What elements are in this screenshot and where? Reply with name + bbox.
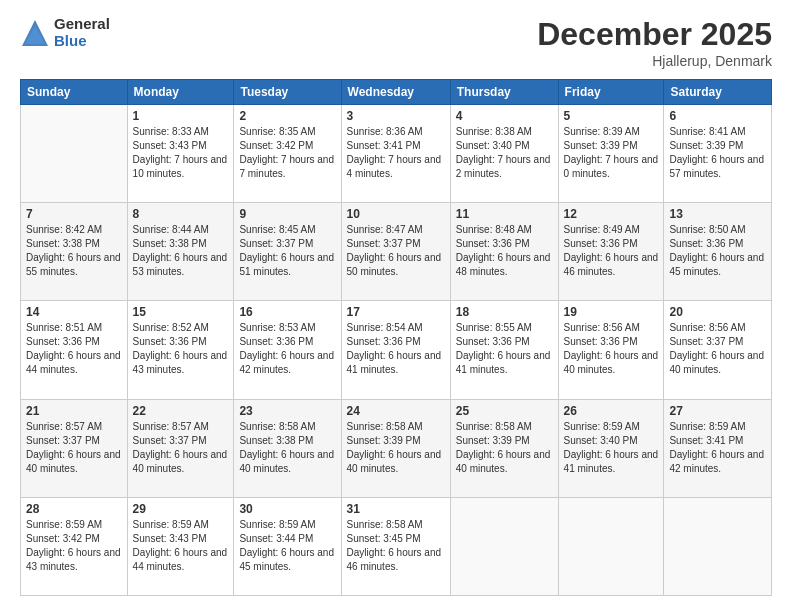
daylight: Daylight: 7 hours and 0 minutes. — [564, 154, 659, 179]
calendar-cell-2-3: 17 Sunrise: 8:54 AM Sunset: 3:36 PM Dayl… — [341, 301, 450, 399]
week-row-5: 28 Sunrise: 8:59 AM Sunset: 3:42 PM Dayl… — [21, 497, 772, 595]
day-number: 23 — [239, 404, 335, 418]
calendar-cell-3-3: 24 Sunrise: 8:58 AM Sunset: 3:39 PM Dayl… — [341, 399, 450, 497]
daylight: Daylight: 7 hours and 2 minutes. — [456, 154, 551, 179]
sunset: Sunset: 3:43 PM — [133, 140, 207, 151]
day-number: 26 — [564, 404, 659, 418]
daylight: Daylight: 6 hours and 42 minutes. — [239, 350, 334, 375]
sunrise: Sunrise: 8:36 AM — [347, 126, 423, 137]
calendar-cell-0-6: 6 Sunrise: 8:41 AM Sunset: 3:39 PM Dayli… — [664, 105, 772, 203]
logo-general: General — [54, 16, 110, 33]
sunset: Sunset: 3:36 PM — [456, 238, 530, 249]
calendar-cell-3-2: 23 Sunrise: 8:58 AM Sunset: 3:38 PM Dayl… — [234, 399, 341, 497]
day-info: Sunrise: 8:50 AM Sunset: 3:36 PM Dayligh… — [669, 223, 766, 279]
day-number: 19 — [564, 305, 659, 319]
daylight: Daylight: 7 hours and 10 minutes. — [133, 154, 228, 179]
header-tuesday: Tuesday — [234, 80, 341, 105]
day-number: 2 — [239, 109, 335, 123]
calendar-cell-4-5 — [558, 497, 664, 595]
header-monday: Monday — [127, 80, 234, 105]
sunrise: Sunrise: 8:48 AM — [456, 224, 532, 235]
calendar-cell-2-6: 20 Sunrise: 8:56 AM Sunset: 3:37 PM Dayl… — [664, 301, 772, 399]
sunrise: Sunrise: 8:47 AM — [347, 224, 423, 235]
day-info: Sunrise: 8:59 AM Sunset: 3:42 PM Dayligh… — [26, 518, 122, 574]
daylight: Daylight: 6 hours and 45 minutes. — [669, 252, 764, 277]
daylight: Daylight: 6 hours and 41 minutes. — [347, 350, 442, 375]
day-info: Sunrise: 8:57 AM Sunset: 3:37 PM Dayligh… — [133, 420, 229, 476]
week-row-1: 1 Sunrise: 8:33 AM Sunset: 3:43 PM Dayli… — [21, 105, 772, 203]
day-number: 10 — [347, 207, 445, 221]
daylight: Daylight: 6 hours and 40 minutes. — [564, 350, 659, 375]
sunrise: Sunrise: 8:45 AM — [239, 224, 315, 235]
calendar-cell-0-2: 2 Sunrise: 8:35 AM Sunset: 3:42 PM Dayli… — [234, 105, 341, 203]
day-info: Sunrise: 8:59 AM Sunset: 3:41 PM Dayligh… — [669, 420, 766, 476]
calendar-cell-4-1: 29 Sunrise: 8:59 AM Sunset: 3:43 PM Dayl… — [127, 497, 234, 595]
sunset: Sunset: 3:41 PM — [669, 435, 743, 446]
daylight: Daylight: 6 hours and 51 minutes. — [239, 252, 334, 277]
day-info: Sunrise: 8:59 AM Sunset: 3:40 PM Dayligh… — [564, 420, 659, 476]
daylight: Daylight: 6 hours and 46 minutes. — [347, 547, 442, 572]
calendar-cell-1-2: 9 Sunrise: 8:45 AM Sunset: 3:37 PM Dayli… — [234, 203, 341, 301]
calendar-cell-1-5: 12 Sunrise: 8:49 AM Sunset: 3:36 PM Dayl… — [558, 203, 664, 301]
week-row-3: 14 Sunrise: 8:51 AM Sunset: 3:36 PM Dayl… — [21, 301, 772, 399]
calendar-cell-4-6 — [664, 497, 772, 595]
day-info: Sunrise: 8:42 AM Sunset: 3:38 PM Dayligh… — [26, 223, 122, 279]
day-info: Sunrise: 8:58 AM Sunset: 3:45 PM Dayligh… — [347, 518, 445, 574]
sunrise: Sunrise: 8:59 AM — [669, 421, 745, 432]
daylight: Daylight: 6 hours and 40 minutes. — [239, 449, 334, 474]
daylight: Daylight: 6 hours and 41 minutes. — [456, 350, 551, 375]
day-number: 5 — [564, 109, 659, 123]
day-info: Sunrise: 8:47 AM Sunset: 3:37 PM Dayligh… — [347, 223, 445, 279]
day-number: 29 — [133, 502, 229, 516]
calendar-cell-2-1: 15 Sunrise: 8:52 AM Sunset: 3:36 PM Dayl… — [127, 301, 234, 399]
logo: General Blue — [20, 16, 110, 49]
daylight: Daylight: 6 hours and 40 minutes. — [133, 449, 228, 474]
day-number: 25 — [456, 404, 553, 418]
logo-blue: Blue — [54, 33, 110, 50]
sunset: Sunset: 3:39 PM — [564, 140, 638, 151]
daylight: Daylight: 6 hours and 48 minutes. — [456, 252, 551, 277]
sunrise: Sunrise: 8:58 AM — [239, 421, 315, 432]
sunrise: Sunrise: 8:49 AM — [564, 224, 640, 235]
calendar-cell-4-0: 28 Sunrise: 8:59 AM Sunset: 3:42 PM Dayl… — [21, 497, 128, 595]
sunrise: Sunrise: 8:56 AM — [669, 322, 745, 333]
calendar-cell-0-4: 4 Sunrise: 8:38 AM Sunset: 3:40 PM Dayli… — [450, 105, 558, 203]
day-number: 6 — [669, 109, 766, 123]
calendar-cell-3-4: 25 Sunrise: 8:58 AM Sunset: 3:39 PM Dayl… — [450, 399, 558, 497]
sunset: Sunset: 3:36 PM — [669, 238, 743, 249]
day-info: Sunrise: 8:58 AM Sunset: 3:39 PM Dayligh… — [347, 420, 445, 476]
sunrise: Sunrise: 8:33 AM — [133, 126, 209, 137]
calendar-cell-0-5: 5 Sunrise: 8:39 AM Sunset: 3:39 PM Dayli… — [558, 105, 664, 203]
day-number: 22 — [133, 404, 229, 418]
day-number: 18 — [456, 305, 553, 319]
week-row-4: 21 Sunrise: 8:57 AM Sunset: 3:37 PM Dayl… — [21, 399, 772, 497]
day-info: Sunrise: 8:52 AM Sunset: 3:36 PM Dayligh… — [133, 321, 229, 377]
day-info: Sunrise: 8:53 AM Sunset: 3:36 PM Dayligh… — [239, 321, 335, 377]
day-number: 24 — [347, 404, 445, 418]
daylight: Daylight: 7 hours and 4 minutes. — [347, 154, 442, 179]
sunrise: Sunrise: 8:59 AM — [564, 421, 640, 432]
calendar-cell-2-4: 18 Sunrise: 8:55 AM Sunset: 3:36 PM Dayl… — [450, 301, 558, 399]
day-info: Sunrise: 8:57 AM Sunset: 3:37 PM Dayligh… — [26, 420, 122, 476]
sunset: Sunset: 3:38 PM — [133, 238, 207, 249]
day-number: 30 — [239, 502, 335, 516]
calendar-cell-2-0: 14 Sunrise: 8:51 AM Sunset: 3:36 PM Dayl… — [21, 301, 128, 399]
sunrise: Sunrise: 8:53 AM — [239, 322, 315, 333]
day-number: 15 — [133, 305, 229, 319]
day-info: Sunrise: 8:39 AM Sunset: 3:39 PM Dayligh… — [564, 125, 659, 181]
sunset: Sunset: 3:37 PM — [239, 238, 313, 249]
day-info: Sunrise: 8:58 AM Sunset: 3:39 PM Dayligh… — [456, 420, 553, 476]
calendar-cell-4-4 — [450, 497, 558, 595]
day-number: 3 — [347, 109, 445, 123]
sunset: Sunset: 3:44 PM — [239, 533, 313, 544]
day-number: 9 — [239, 207, 335, 221]
daylight: Daylight: 6 hours and 42 minutes. — [669, 449, 764, 474]
day-number: 13 — [669, 207, 766, 221]
day-info: Sunrise: 8:41 AM Sunset: 3:39 PM Dayligh… — [669, 125, 766, 181]
sunrise: Sunrise: 8:51 AM — [26, 322, 102, 333]
sunset: Sunset: 3:36 PM — [564, 238, 638, 249]
calendar-cell-0-0 — [21, 105, 128, 203]
day-info: Sunrise: 8:58 AM Sunset: 3:38 PM Dayligh… — [239, 420, 335, 476]
sunset: Sunset: 3:36 PM — [239, 336, 313, 347]
header-saturday: Saturday — [664, 80, 772, 105]
